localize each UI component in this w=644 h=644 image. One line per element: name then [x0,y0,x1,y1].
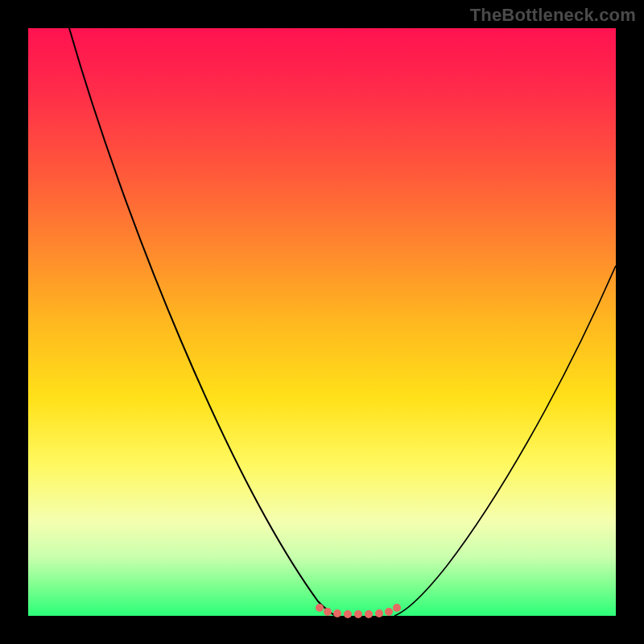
plot-area [28,28,616,616]
svg-point-0 [316,604,324,612]
curve-right-branch [394,266,616,616]
svg-point-4 [354,610,362,618]
watermark-text: TheBottleneck.com [470,5,636,26]
svg-point-7 [385,608,393,616]
bottleneck-curve [28,28,616,616]
svg-point-1 [324,608,332,616]
chart-frame: TheBottleneck.com [0,0,644,644]
svg-point-3 [344,610,352,618]
svg-point-2 [333,609,341,617]
svg-point-8 [393,604,401,612]
svg-point-6 [375,609,383,617]
optimal-range-marker [316,604,401,618]
curve-left-branch [69,28,336,616]
svg-point-5 [365,610,373,618]
